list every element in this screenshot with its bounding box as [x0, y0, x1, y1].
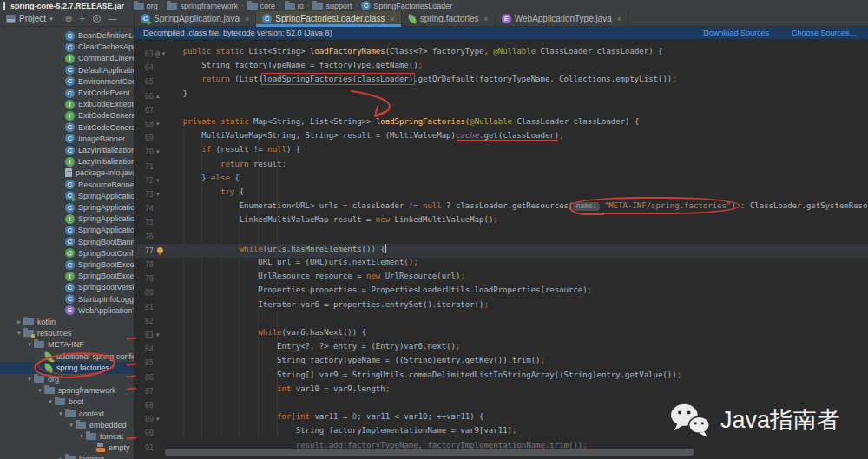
tree-down-arrow-icon[interactable]: ▾ — [15, 330, 23, 337]
tree-item-environmentcon[interactable]: CEnvironmentCon — [0, 75, 134, 88]
tree-item-springapplication[interactable]: CSpringApplication — [0, 190, 134, 202]
tree-item-webapplicationt[interactable]: EWebApplicationT — [0, 305, 134, 317]
tree-item-exitcodegenerato[interactable]: CExitCodeGenerato — [0, 121, 134, 134]
tree-item-startupinfologge[interactable]: CStartupInfoLogge — [0, 293, 134, 305]
tree-item-empty[interactable]: empty — [0, 442, 134, 454]
code-line-87[interactable]: int var10 = var9.length; — [164, 384, 390, 398]
code-line-69[interactable]: MultiValueMap<String, String> result = (… — [164, 131, 564, 145]
code-line-78[interactable]: URL url = (URL)urls.nextElement(); — [164, 258, 418, 272]
tab-spring-factories[interactable]: spring.factories× — [402, 11, 496, 26]
horizontal-scrollbar[interactable] — [165, 449, 694, 456]
tree-item-springframework[interactable]: ▾springframework — [0, 384, 134, 397]
tab-springapplication-java[interactable]: CSpringApplication.java× — [135, 11, 256, 26]
code-line-64[interactable]: String factoryTypeName = factoryType.get… — [164, 61, 423, 75]
tree-down-arrow-icon[interactable]: ▾ — [56, 410, 65, 417]
code-line-85[interactable]: String factoryTypeName = ((String)entry.… — [164, 356, 545, 370]
tree-item-org[interactable]: ▾org — [0, 373, 134, 385]
intention-bulb-icon[interactable] — [157, 247, 163, 253]
code-line-86[interactable]: String[] var9 = StringUtils.commaDelimit… — [164, 370, 681, 384]
fold-icon[interactable]: ▾ — [162, 50, 166, 57]
fold-icon[interactable]: ▾ — [156, 148, 160, 155]
tree-item-springbootversio[interactable]: CSpringBootVersio — [0, 281, 134, 293]
tree-item-tomcat[interactable]: ▾tomcat — [0, 430, 134, 443]
tree-item-springbootconfig[interactable]: @SpringBootConfig — [0, 247, 134, 259]
tree-down-arrow-icon[interactable]: ▾ — [46, 398, 55, 405]
chevron-down-icon[interactable]: ▾ — [49, 16, 53, 23]
code-line-83[interactable]: while(var6.hasNext()) { — [164, 328, 366, 342]
tree-item-beandefinitionloa[interactable]: CBeanDefinitionLoa — [0, 30, 134, 42]
code-line-77[interactable]: while(urls.hasMoreElements()) { — [164, 244, 386, 258]
tree-item-lazyinitializatione[interactable]: ILazyInitializationE — [0, 155, 134, 167]
code-line-71[interactable]: return result; — [164, 160, 286, 174]
code-line-68[interactable]: private static Map<String, List<String>>… — [164, 117, 639, 131]
tree-item-springapplication[interactable]: CSpringApplication — [0, 224, 134, 236]
code-line-63[interactable]: public static List<String> loadFactoryNa… — [164, 47, 662, 61]
breadcrumb-item-support[interactable]: support — [312, 2, 352, 10]
tree-down-arrow-icon[interactable]: ▾ — [36, 387, 44, 394]
hide-panel-icon[interactable]: — — [108, 14, 117, 23]
tree-item-springapplication[interactable]: CSpringApplication — [0, 201, 134, 213]
fold-icon[interactable]: ▾ — [156, 191, 160, 198]
tree-item-springapplication[interactable]: ISpringApplication — [0, 213, 134, 225]
tab-webapplicationtype-java[interactable]: EWebApplicationType.java× — [496, 11, 628, 26]
code-line-79[interactable]: UrlResource resource = new UrlResource(u… — [164, 272, 465, 285]
tree-item-exitcodeexceptio[interactable]: IExitCodeExceptio — [0, 98, 134, 110]
tree-item-additional-spring-configu[interactable]: additional-spring-configu — [0, 351, 134, 363]
tree-item-spring-factories[interactable]: spring.factories — [0, 362, 134, 374]
close-tab-icon[interactable]: × — [245, 15, 249, 23]
code-line-80[interactable]: Properties properties = PropertiesLoader… — [164, 285, 592, 299]
tree-item-exitcodegenerato[interactable]: IExitCodeGenerato — [0, 109, 134, 121]
code-line-74[interactable]: Enumeration<URL> urls = classLoader != n… — [164, 201, 868, 215]
fold-end-icon[interactable]: ▴ — [156, 93, 160, 100]
download-sources-link[interactable]: Download Sources — [703, 29, 769, 37]
breadcrumb-item-springframework[interactable]: springframework — [167, 2, 238, 10]
tree-item-logging[interactable]: ▸logging — [0, 453, 134, 459]
tree-item-exitcodeevent[interactable]: CExitCodeEvent — [0, 87, 134, 99]
code-line-65[interactable]: return (List)loadSpringFactories(classLo… — [164, 75, 677, 89]
tree-item-embedded[interactable]: ▾embedded — [0, 419, 134, 431]
tree-item-clearcachesapplic[interactable]: CClearCachesApplic — [0, 41, 134, 53]
code-line-81[interactable]: Iterator var6 = properties.entrySet().it… — [164, 300, 489, 314]
fold-icon[interactable]: ▾ — [156, 177, 160, 184]
breadcrumb-item-org[interactable]: org — [134, 2, 158, 10]
code-line-70[interactable]: if (result != null) { — [164, 145, 300, 159]
tree-item-kotlin[interactable]: ▸kotlin — [0, 316, 134, 328]
locate-icon[interactable]: ⊕ — [65, 14, 72, 23]
tree-item-springbootexcep[interactable]: ISpringBootExcep — [0, 270, 134, 282]
tree-right-arrow-icon[interactable]: ▸ — [56, 456, 65, 459]
tree-item-defaultapplication[interactable]: CDefaultApplication — [0, 64, 134, 76]
breadcrumb-item-spring-core-5-2-7-release-jar[interactable]: spring-core-5.2.7.RELEASE.jar — [10, 2, 124, 10]
project-panel-title[interactable]: Project — [19, 14, 46, 23]
close-tab-icon[interactable]: × — [617, 15, 621, 23]
tree-down-arrow-icon[interactable]: ▾ — [25, 376, 34, 383]
tree-item-context[interactable]: ▾context — [0, 408, 134, 420]
fold-icon[interactable]: ▾ — [156, 416, 160, 423]
tree-item-meta-inf[interactable]: ▾META-INF — [0, 338, 134, 351]
breadcrumb-item-core[interactable]: core — [247, 2, 276, 10]
tree-item-lazyinitializationb[interactable]: CLazyInitializationB — [0, 144, 134, 156]
close-tab-icon[interactable]: × — [390, 15, 394, 23]
tree-right-arrow-icon[interactable]: ▸ — [15, 318, 23, 325]
settings-gear-icon[interactable] — [93, 15, 101, 23]
tree-item-imagebanner[interactable]: CImageBanner — [0, 133, 134, 145]
tree-down-arrow-icon[interactable]: ▾ — [77, 433, 86, 440]
tree-down-arrow-icon[interactable]: ▾ — [67, 422, 76, 429]
code-line-90[interactable]: String factoryImplementationName = var9[… — [164, 426, 516, 440]
close-tab-icon[interactable]: × — [483, 15, 488, 23]
tree-item-springbootbanne[interactable]: CSpringBootBanne — [0, 236, 134, 248]
collapse-all-icon[interactable]: ÷ — [80, 14, 85, 23]
code-line-84[interactable]: Entry<?, ?> entry = (Entry)var6.next(); — [164, 342, 460, 356]
tree-item-package-info-java[interactable]: package-info.java — [0, 167, 134, 179]
tree-down-arrow-icon[interactable]: ▾ — [25, 341, 34, 348]
tree-item-resources[interactable]: ▾resources — [0, 327, 134, 339]
tree-item-boot[interactable]: ▾boot — [0, 396, 134, 408]
fold-icon[interactable]: ▾ — [156, 121, 160, 128]
editor[interactable]: Decompiled .class file, bytecode version… — [135, 27, 868, 459]
choose-sources-link[interactable]: Choose Sources... — [792, 29, 856, 37]
tree-item-springbootexcep[interactable]: CSpringBootExcep — [0, 259, 134, 271]
fold-icon[interactable]: ▾ — [156, 331, 160, 338]
tree-item-commandlineru[interactable]: ICommandLineRu — [0, 52, 134, 64]
code-line-89[interactable]: for(int var11 = 0; var11 < var10; ++var1… — [164, 412, 484, 426]
tab-springfactoriesloader-class[interactable]: CSpringFactoriesLoader.class× — [256, 11, 401, 26]
breadcrumb-item-io[interactable]: io — [285, 2, 304, 10]
